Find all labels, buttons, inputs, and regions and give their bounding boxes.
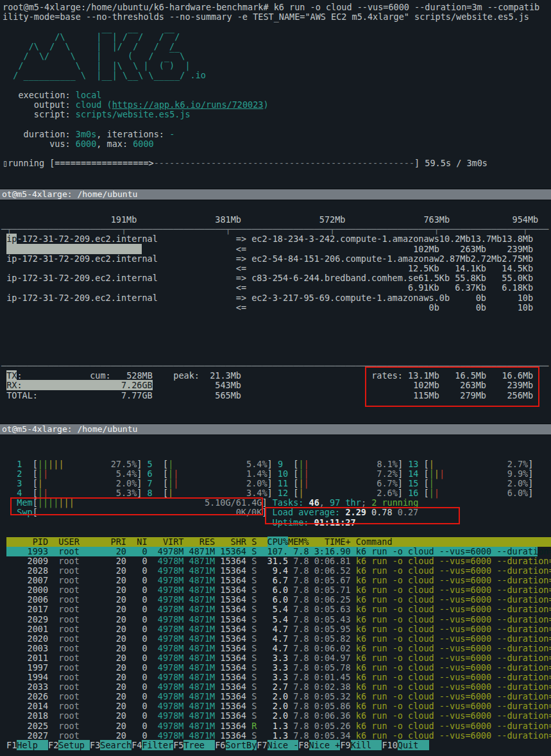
process-row[interactable]: 2011 root 20 0 4978M 4871M 15364 S 3.3 7…	[6, 653, 551, 663]
iftop-separator: ────────────────────────────────────────…	[1, 361, 551, 371]
process-row[interactable]: 2029 root 20 0 4978M 4871M 15364 S 5.4 7…	[6, 615, 551, 624]
k6-logo-line: /\ / \ | |/ / / /	[3, 42, 551, 51]
iftop-flow-row[interactable]: <= 0b 0b 10b	[1, 303, 551, 313]
k6-logo-line: / __________ \ |__| \__\ \_____/ .io	[3, 71, 551, 80]
process-row[interactable]: 2014 root 20 0 4978M 4871M 15364 S 2.0 7…	[6, 701, 551, 711]
process-row[interactable]: 2018 root 20 0 4978M 4871M 15364 S 2.0 7…	[6, 711, 551, 721]
memory-meter-row: Mem[||||||| 5.10G/61.4G] Tasks: 46, 97 t…	[6, 498, 551, 508]
k6-info-line: output: cloud (https://app.k6.io/runs/72…	[3, 100, 551, 110]
fkey-item[interactable]: Filter	[142, 740, 173, 750]
fkey-item[interactable]: F5	[173, 740, 183, 750]
terminal-line	[3, 22, 551, 31]
fkey-item[interactable]: Tree	[183, 740, 215, 750]
k6-info-line: execution: local	[3, 90, 551, 100]
iftop-flow-row[interactable]: ip-172-31-72-209.ec2.internal => ec2-54-…	[1, 254, 551, 264]
fkey-item[interactable]: F6	[215, 740, 225, 750]
cpu-meter-row: 3 [| 2.0%] 7 [|| 2.0%] 11 [|| 6.7%] 15 […	[6, 479, 551, 488]
process-row[interactable]: 1993 root 20 0 4978M 4871M 15364 S 107. …	[6, 547, 538, 556]
k6-pane[interactable]: root@m5-4xlarge:/home/ubuntu/k6-hardware…	[0, 0, 551, 189]
terminal-line	[1, 322, 551, 332]
cpu-meter-row: 4 [|| 5.3%] 8 [| 3.4%] 12 [| 2.6%] 16 [|…	[6, 488, 551, 498]
process-row[interactable]: 2017 root 20 0 4978M 4871M 15364 S 5.4 7…	[6, 605, 551, 614]
terminal-line	[1, 352, 551, 361]
fkey-item[interactable]: F1	[6, 740, 17, 750]
fkey-item[interactable]: F2	[48, 740, 58, 750]
fkey-item[interactable]: F8	[298, 740, 309, 750]
process-row[interactable]: 1994 root 20 0 4978M 4871M 15364 S 3.3 7…	[6, 673, 551, 682]
fkey-item[interactable]: Nice -	[267, 740, 299, 750]
htop-pane[interactable]: 1 [||||| 27.5%] 5 [| 5.4%] 9 [|| 8.1%] 1…	[0, 435, 551, 756]
process-row[interactable]: 2000 root 20 0 4978M 4871M 15364 S 6.0 7…	[6, 585, 551, 595]
process-row[interactable]: 2027 root 20 0 4978M 4871M 15364 S 1.3 7…	[6, 731, 551, 741]
process-row[interactable]: 2020 root 20 0 4978M 4871M 15364 S 4.7 7…	[6, 634, 551, 644]
shell-command-line: root@m5-4xlarge:/home/ubuntu/k6-hardware…	[3, 3, 551, 12]
fkey-item[interactable]: F3	[90, 740, 100, 750]
process-row[interactable]: 1997 root 20 0 4978M 4871M 15364 S 3.3 7…	[6, 663, 551, 673]
iftop-pane[interactable]: 191Mb 381Mb 572Mb 763Mb 954Mb─┬─────────…	[0, 200, 551, 424]
fkey-item[interactable]: Quit	[398, 740, 429, 750]
fkey-item[interactable]: F4	[131, 740, 142, 750]
iftop-flow-row[interactable]: ip-172-31-72-209.ec2.internal => ec2-18-…	[1, 234, 551, 244]
shell-command-line: ility-mode=base --no-thresholds --no-sum…	[3, 12, 551, 22]
k6-logo-line: / \/ \ | ( / ‾‾\	[3, 51, 551, 61]
process-row[interactable]: 2026 root 20 0 4978M 4871M 15364 S 2.0 7…	[6, 692, 551, 701]
k6-info-line: duration: 3m0s, iterations: -	[3, 130, 551, 139]
terminal-line	[3, 149, 551, 159]
process-row[interactable]: 2007 root 20 0 4978M 4871M 15364 S 6.7 7…	[6, 576, 551, 585]
process-row[interactable]: 2006 root 20 0 4978M 4871M 15364 S 6.0 7…	[6, 595, 551, 605]
fkey-item[interactable]: F9	[340, 740, 350, 750]
fkey-item[interactable]: Kill	[351, 740, 382, 750]
process-row[interactable]: 2009 root 20 0 4978M 4871M 15364 S 31.5 …	[6, 556, 551, 566]
iftop-total-row: TOTAL: 7.77GB 565Mb 115Mb 279Mb 256Mb	[1, 391, 551, 400]
k6-logo-line: / \ | |\ \ | (‾) |	[3, 61, 551, 71]
process-row[interactable]: 2028 root 20 0 4978M 4871M 15364 S 9.4 7…	[6, 566, 551, 576]
terminal-line	[6, 528, 551, 537]
iftop-flow-row[interactable]: <= 6.91Kb 6.37Kb 6.18Kb	[1, 283, 551, 293]
k6-logo-line: /\ |‾‾| /‾‾/ /‾‾/	[3, 32, 551, 42]
fkey-item[interactable]: Search	[100, 740, 131, 750]
fkey-item[interactable]: F7	[257, 740, 267, 750]
iftop-flow-row[interactable]: ip-172-31-72-209.ec2.internal => c83-254…	[1, 273, 551, 283]
terminal-line	[3, 119, 551, 129]
k6-progress-bar: ▯running [==================>-----------…	[3, 159, 551, 168]
fkey-item[interactable]: SortBy	[226, 740, 257, 750]
terminal-screen: root@m5-4xlarge:/home/ubuntu/k6-hardware…	[0, 0, 551, 756]
uptime-row: Uptime: 01:11:27	[6, 518, 551, 528]
terminal-line	[1, 342, 551, 352]
swap-meter-row: Swp[ 0K/0K] Load average: 2.29 0.78 0.27	[6, 508, 551, 517]
terminal-line	[1, 332, 551, 341]
terminal-line	[3, 81, 551, 90]
iftop-scale-ruler: ─┬─────────────────────┬────────────────…	[1, 225, 551, 234]
cpu-meter-row: 2 [|| 5.4%] 6 [|| 1.4%] 10 [|| 7.2%] 14 …	[6, 469, 551, 479]
fkey-item[interactable]: Help	[17, 740, 48, 750]
iftop-tx-row: TX: cum: 528MB peak: 21.3Mb rates: 13.1M…	[1, 371, 551, 381]
fkey-bar[interactable]: F1Help F2Setup F3SearchF4FilterF5Tree F6…	[6, 741, 551, 750]
process-row[interactable]: 2003 root 20 0 4978M 4871M 15364 S 4.7 7…	[6, 644, 551, 653]
terminal-line	[1, 313, 551, 322]
iftop-scale-labels: 191Mb 381Mb 572Mb 763Mb 954Mb	[1, 215, 551, 225]
iftop-flow-row[interactable]: ip-172-31-72-209.ec2.internal => ec2-3-2…	[1, 293, 551, 303]
fkey-item[interactable]: Setup	[58, 740, 90, 750]
cpu-meter-row: 1 [||||| 27.5%] 5 [| 5.4%] 9 [|| 8.1%] 1…	[6, 460, 551, 469]
pane-title-text: ot@m5-4xlarge: /home/ubuntu	[2, 424, 137, 434]
iftop-flow-row[interactable]: <= 102Mb 263Mb 239Mb	[1, 245, 551, 254]
pane-title-bar-1[interactable]: ot@m5-4xlarge: /home/ubuntu	[0, 189, 551, 200]
pane-title-bar-2[interactable]: ot@m5-4xlarge: /home/ubuntu	[0, 424, 551, 435]
iftop-flow-row[interactable]: <= 12.5Kb 14.1Kb 14.5Kb	[1, 264, 551, 273]
fkey-item[interactable]: F10	[382, 740, 397, 750]
fkey-item[interactable]: Nice +	[309, 740, 341, 750]
k6-info-line: script: scripts/website.es5.js	[3, 110, 551, 119]
k6-info-line: vus: 6000, max: 6000	[3, 139, 551, 149]
process-row[interactable]: 2001 root 20 0 4978M 4871M 15364 S 4.7 7…	[6, 624, 551, 634]
pane-title-text: ot@m5-4xlarge: /home/ubuntu	[2, 189, 137, 199]
process-table-header[interactable]: PID USER PRI NI VIRT RES SHR S CPU%MEM% …	[6, 537, 551, 547]
process-row[interactable]: 2033 root 20 0 4978M 4871M 15364 S 2.7 7…	[6, 682, 551, 692]
iftop-rx-row: RX: 7.26GB 543Mb 102Mb 263Mb 239Mb	[1, 381, 551, 390]
process-row[interactable]: 2025 root 20 0 4978M 4871M 15364 R 1.3 7…	[6, 721, 551, 731]
